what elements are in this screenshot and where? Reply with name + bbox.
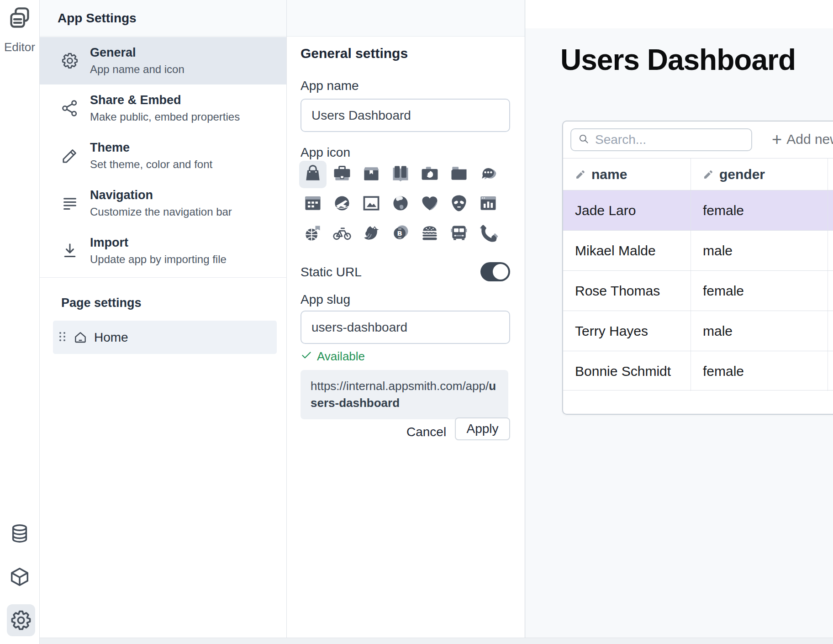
cell-name[interactable]: Bonnie Schmidt	[563, 351, 691, 391]
frame-icon	[361, 193, 381, 215]
app-icon-option-globe[interactable]	[387, 190, 414, 218]
app-icon-option-camera[interactable]	[416, 161, 443, 188]
bar-graph-icon	[478, 193, 498, 215]
pencil-icon	[61, 147, 79, 165]
book-icon	[390, 164, 411, 185]
table-search	[570, 128, 752, 151]
slug-availability: Available	[301, 349, 365, 364]
cell-extra	[828, 311, 833, 351]
app-icon-option-bar-graph[interactable]	[474, 190, 502, 218]
app-icon-option-book[interactable]	[387, 161, 414, 188]
static-url-toggle[interactable]	[480, 262, 510, 281]
app-icon-option-bag[interactable]	[299, 161, 327, 188]
app-icon-option-briefcase[interactable]	[328, 161, 356, 188]
app-icon-grid: B	[299, 161, 502, 248]
toggle-knob	[493, 264, 508, 280]
gear-icon	[61, 52, 79, 70]
table-row[interactable]: Bonnie Schmidt female	[563, 351, 833, 391]
table-row[interactable]: Jade Laro female	[563, 190, 833, 230]
column-header-gender[interactable]: gender	[691, 158, 828, 190]
cell-name[interactable]: Terry Hayes	[563, 311, 691, 351]
app-icon-option-box[interactable]	[358, 161, 385, 188]
cell-gender[interactable]: male	[691, 231, 828, 270]
cube-icon[interactable]	[9, 566, 30, 587]
table-header-row: name gender	[563, 158, 833, 190]
app-url-preview: https://internal.appsmith.com/app/users-…	[301, 370, 508, 419]
search-input[interactable]	[595, 132, 760, 147]
app-slug-label: App slug	[301, 292, 350, 307]
app-icon-option-heart[interactable]	[416, 190, 443, 218]
table-row[interactable]: Mikael Malde male	[563, 230, 833, 270]
page-title: Users Dashboard	[560, 43, 796, 77]
app-icon-option-basketball[interactable]	[299, 220, 327, 248]
app-icon-option-flight[interactable]	[328, 190, 356, 218]
cancel-button[interactable]: Cancel	[398, 420, 454, 444]
menu-icon	[61, 194, 79, 212]
app-settings-title: App Settings	[58, 0, 137, 37]
app-icon-option-file-manager[interactable]	[445, 161, 473, 188]
app-icon-option-bird[interactable]	[358, 220, 385, 248]
calendar-icon	[303, 193, 323, 215]
app-icon-label: App icon	[301, 145, 350, 160]
cell-gender[interactable]: female	[691, 271, 828, 311]
app-icon-option-alien[interactable]	[445, 190, 473, 218]
cell-gender[interactable]: female	[691, 351, 828, 391]
cell-name[interactable]: Rose Thomas	[563, 271, 691, 311]
column-header-extra	[828, 158, 833, 190]
plus-icon: +	[772, 131, 782, 148]
settings-menu-item-share-embed[interactable]: Share & Embed Make public, embed propert…	[40, 84, 286, 132]
app-icon-option-burger[interactable]	[416, 220, 443, 248]
app-icon-option-call[interactable]	[474, 220, 502, 248]
app-icon-option-bike[interactable]	[328, 220, 356, 248]
apply-button[interactable]: Apply	[455, 417, 510, 440]
column-header-name[interactable]: name	[563, 158, 691, 190]
settings-menu-item-theme[interactable]: Theme Set theme, color and font	[40, 132, 286, 179]
add-new-button[interactable]: + Add new	[772, 131, 833, 148]
cell-name[interactable]: Jade Laro	[563, 190, 691, 230]
menu-item-title: General	[90, 46, 185, 60]
settings-menu-item-navigation[interactable]: Navigation Customize the navigation bar	[40, 179, 286, 227]
cell-name[interactable]: Mikael Malde	[563, 231, 691, 270]
app-icon-option-frame[interactable]	[358, 190, 385, 218]
app-icon-option-bus[interactable]	[445, 220, 473, 248]
users-table-widget: + Add new name genderJade Laro female Mi…	[562, 121, 833, 415]
cell-extra	[828, 190, 833, 230]
cell-extra	[828, 231, 833, 270]
table-row[interactable]: Rose Thomas female	[563, 270, 833, 311]
app-name-input[interactable]	[301, 99, 510, 132]
settings-gear-icon[interactable]	[7, 604, 35, 636]
table-footer	[563, 390, 833, 414]
sidebar-item-page-home[interactable]: Home	[53, 321, 277, 354]
app-name-label: App name	[301, 79, 359, 93]
edit-pencil-icon	[703, 169, 714, 180]
menu-item-description: Customize the navigation bar	[90, 206, 232, 218]
bag-icon	[303, 164, 323, 185]
settings-menu-item-import[interactable]: Import Update app by importing file	[40, 227, 286, 274]
settings-menu-item-general[interactable]: General App name and icon	[40, 37, 286, 84]
table-row[interactable]: Terry Hayes male	[563, 311, 833, 351]
table-grid: name genderJade Laro female Mikael Malde…	[563, 158, 833, 391]
panel-divider	[286, 0, 287, 644]
menu-item-title: Share & Embed	[90, 93, 240, 107]
editor-pages-icon[interactable]	[8, 6, 32, 30]
alien-icon	[449, 193, 469, 215]
app-settings-header: App Settings	[40, 0, 525, 37]
cell-gender[interactable]: female	[691, 190, 828, 230]
app-icon-option-chat[interactable]	[474, 161, 502, 188]
cell-gender[interactable]: male	[691, 311, 828, 351]
heart-icon	[420, 193, 440, 215]
app-icon-option-bitcoin[interactable]: B	[387, 220, 414, 248]
app-slug-input[interactable]	[301, 311, 510, 344]
burger-icon	[420, 223, 440, 245]
menu-item-title: Import	[90, 236, 227, 250]
briefcase-icon	[332, 164, 352, 185]
drag-handle-icon[interactable]	[59, 332, 66, 343]
app-icon-option-calendar[interactable]	[299, 190, 327, 218]
database-icon[interactable]	[9, 523, 30, 544]
chat-icon	[478, 164, 498, 185]
general-settings-title: General settings	[301, 46, 408, 61]
download-icon	[61, 242, 79, 260]
share-icon	[61, 99, 79, 117]
call-icon	[478, 223, 498, 245]
bird-icon	[361, 223, 381, 245]
